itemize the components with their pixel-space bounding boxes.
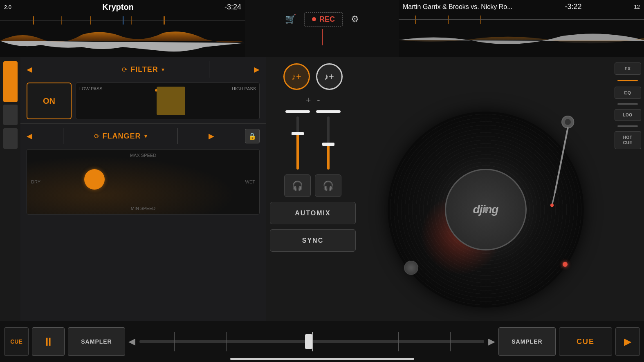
deck-a-button[interactable]: ♪+: [283, 63, 310, 90]
left-fader-handle[interactable]: [292, 132, 304, 135]
flanger-gradient: [27, 150, 259, 214]
flanger-prev-button[interactable]: ◀: [27, 132, 32, 141]
left-bpm: 2.0: [4, 4, 11, 10]
filter-name: FILTER: [130, 65, 158, 74]
left-side-panel: [0, 57, 20, 362]
settings-icon[interactable]: ⚙: [351, 14, 359, 25]
hot-cue-label: HOTCUE: [623, 135, 633, 145]
crossfader-handle[interactable]: [305, 334, 312, 349]
plus-icon[interactable]: +: [305, 95, 311, 105]
crossfader-mark-2: [226, 332, 227, 351]
left-deck-header: 2.0 Krypton -3:24: [0, 0, 245, 57]
svg-line-13: [555, 128, 568, 192]
loop-button[interactable]: LOO: [615, 109, 641, 121]
filter-prev-button[interactable]: ◀: [27, 65, 32, 74]
flanger-max-speed-label: MAX SPEED: [130, 153, 156, 158]
fader-top-handle[interactable]: [285, 110, 310, 113]
headphone-buttons: 🎧 🎧: [284, 174, 341, 197]
automix-button[interactable]: AUTOMIX: [270, 202, 356, 224]
right-time: -3:22: [565, 2, 582, 11]
cue-left-button[interactable]: CUE: [4, 327, 29, 356]
left-volume-fader: [285, 110, 310, 170]
right-fader-handle[interactable]: [322, 143, 334, 146]
svg-point-15: [550, 203, 553, 207]
top-bar: 2.0 Krypton -3:24: [0, 0, 644, 57]
flanger-next-button[interactable]: ▶: [209, 132, 214, 141]
left-waveform: [0, 14, 245, 55]
cue-left-label: CUE: [10, 338, 22, 345]
sampler-right-button[interactable]: SAMPLER: [498, 327, 556, 356]
fx-button[interactable]: FX: [615, 63, 641, 75]
cue-right-button[interactable]: CUE: [559, 327, 612, 356]
deck-b-button[interactable]: ♪+: [316, 63, 343, 90]
headphone-left-button[interactable]: 🎧: [284, 174, 311, 197]
music-note-active-icon: ♪+: [292, 72, 301, 82]
right-deck-header: Martin Garrix & Brooks vs. Nicky Ro... -…: [399, 0, 644, 57]
rec-dot: [312, 17, 316, 21]
left-deck-strip: [3, 61, 18, 102]
crossfader-left-button[interactable]: ◀: [128, 336, 135, 347]
eq-button[interactable]: EQ: [615, 87, 641, 99]
flanger-dry-label: DRY: [31, 179, 40, 184]
svg-rect-6: [0, 20, 245, 20]
sampler-right-label: SAMPLER: [512, 338, 542, 345]
left-deck-box-2[interactable]: [3, 128, 18, 149]
deck-buttons: ♪+ ♪+: [283, 63, 343, 90]
left-fader-track[interactable]: [296, 116, 299, 170]
svg-point-12: [565, 119, 571, 125]
red-indicator-light: [563, 262, 568, 267]
filter-on-button[interactable]: ON: [27, 83, 72, 119]
rec-label: REC: [319, 15, 335, 24]
left-deck-box-1[interactable]: [3, 105, 18, 125]
play-right-icon: ▶: [624, 336, 631, 347]
bottom-bar: CUE ⏸ SAMPLER ◀ ▶ SAMPLER CUE ▶: [0, 321, 644, 362]
right-fader-track[interactable]: [327, 116, 330, 170]
left-fader-fill: [296, 132, 299, 170]
filter-knob[interactable]: [157, 87, 185, 115]
play-right-button[interactable]: ▶: [615, 327, 640, 356]
flanger-lock-button[interactable]: 🔒: [245, 129, 260, 143]
turntable[interactable]: djing: [388, 112, 584, 308]
crossfader-area: ◀ ▶: [128, 327, 495, 356]
minus-icon[interactable]: -: [317, 95, 320, 105]
cart-icon[interactable]: 🛒: [285, 14, 296, 25]
filter-title-area: ⟳ FILTER ▾: [122, 65, 164, 74]
flanger-name: FLANGER: [103, 132, 141, 141]
filter-slider[interactable]: LOW PASS HIGH PASS: [76, 83, 260, 119]
flanger-xy-pad[interactable]: MAX SPEED DRY WET MIN SPEED: [27, 149, 260, 215]
crossfader-track[interactable]: [139, 340, 484, 343]
sampler-left-button[interactable]: SAMPLER: [68, 327, 125, 356]
hot-cue-button[interactable]: HOTCUE: [615, 131, 641, 149]
pause-button[interactable]: ⏸: [32, 327, 65, 356]
turntable-spindle: [483, 207, 488, 212]
flanger-header: ◀ ⟳ FLANGER ▾ ▶ 🔒: [27, 128, 260, 144]
right-divider-1: [617, 80, 638, 81]
eq-label: EQ: [624, 90, 631, 95]
turntable-knob[interactable]: [404, 261, 418, 275]
sync-button[interactable]: SYNC: [270, 229, 356, 252]
flanger-icon: ⟳: [94, 132, 99, 140]
sync-label: SYNC: [302, 237, 323, 244]
svg-line-14: [552, 192, 555, 205]
tonearm: [547, 116, 576, 210]
flanger-min-speed-label: MIN SPEED: [131, 206, 156, 211]
filter-controls: ON LOW PASS HIGH PASS: [27, 83, 260, 119]
crossfader-mark-4: [398, 332, 399, 351]
headphone-right-icon: 🎧: [323, 181, 334, 191]
filter-next-button[interactable]: ▶: [254, 65, 260, 74]
loop-controls: + -: [305, 95, 320, 105]
headphone-left-icon: 🎧: [292, 181, 303, 191]
main-area: ◀ ⟳ FILTER ▾ ▶ ON LOW PASS HIGH PASS: [0, 57, 644, 362]
crossfader-right-button[interactable]: ▶: [488, 336, 495, 347]
turntable-label: djing: [445, 169, 527, 250]
flanger-dropdown-icon[interactable]: ▾: [144, 133, 147, 139]
right-volume-fader: [316, 110, 341, 170]
fx-label: FX: [624, 66, 631, 71]
filter-dropdown-icon[interactable]: ▾: [162, 66, 164, 73]
right-fader-top-handle[interactable]: [316, 110, 341, 113]
headphone-right-button[interactable]: 🎧: [315, 174, 341, 197]
right-track-title: Martin Garrix & Brooks vs. Nicky Ro...: [403, 3, 513, 11]
rec-button[interactable]: REC: [304, 12, 343, 27]
fader-area: [285, 110, 341, 170]
flanger-knob[interactable]: [84, 169, 105, 190]
